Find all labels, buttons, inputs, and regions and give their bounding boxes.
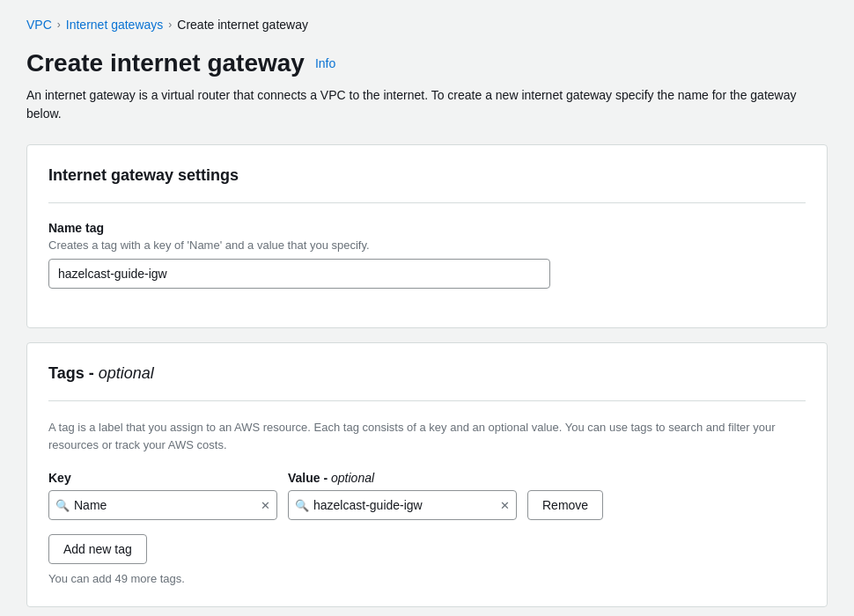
tags-title-prefix: Tags -	[48, 364, 99, 382]
tags-note: You can add 49 more tags.	[48, 572, 185, 585]
value-input-wrapper: 🔍 ✕	[288, 490, 517, 520]
settings-card-title: Internet gateway settings	[48, 166, 806, 185]
add-tag-button[interactable]: Add new tag	[48, 534, 147, 564]
value-optional-text: optional	[331, 471, 374, 485]
tag-key-input[interactable]	[48, 490, 277, 520]
breadcrumb-separator-1: ›	[57, 18, 61, 31]
breadcrumb-current: Create internet gateway	[177, 18, 308, 32]
settings-card: Internet gateway settings Name tag Creat…	[26, 144, 828, 328]
name-tag-description: Creates a tag with a key of 'Name' and a…	[48, 238, 806, 252]
tags-card: Tags - optional A tag is a label that yo…	[26, 342, 828, 607]
tag-key-label: Key	[48, 471, 277, 485]
key-clear-icon[interactable]: ✕	[261, 499, 270, 512]
value-label-text: Value -	[288, 471, 331, 485]
tags-description: A tag is a label that you assign to an A…	[48, 419, 806, 453]
name-tag-label: Name tag	[48, 221, 806, 235]
tag-value-column: Value - optional 🔍 ✕	[288, 471, 517, 520]
remove-tag-button[interactable]: Remove	[527, 490, 603, 520]
page-title-row: Create internet gateway Info	[26, 49, 828, 77]
tag-value-input[interactable]	[288, 490, 517, 520]
name-tag-input[interactable]	[48, 259, 550, 289]
breadcrumb-separator-2: ›	[168, 18, 172, 31]
tags-title-optional: optional	[99, 364, 154, 382]
breadcrumb-internet-gateways[interactable]: Internet gateways	[66, 18, 164, 32]
value-clear-icon[interactable]: ✕	[500, 499, 510, 512]
tag-key-column: Key 🔍 ✕	[48, 471, 277, 520]
tag-row: Key 🔍 ✕ Value - optional 🔍 ✕	[48, 471, 806, 520]
info-link[interactable]: Info	[315, 56, 335, 70]
breadcrumb: VPC › Internet gateways › Create interne…	[26, 18, 828, 32]
settings-divider	[48, 202, 806, 203]
tags-divider	[48, 400, 806, 401]
tags-card-title: Tags - optional	[48, 364, 806, 383]
key-input-wrapper: 🔍 ✕	[48, 490, 277, 520]
breadcrumb-vpc[interactable]: VPC	[26, 18, 52, 32]
name-tag-field: Name tag Creates a tag with a key of 'Na…	[48, 221, 806, 289]
page-description: An internet gateway is a virtual router …	[26, 86, 828, 123]
tag-value-label: Value - optional	[288, 471, 517, 485]
page-title: Create internet gateway	[26, 49, 305, 77]
